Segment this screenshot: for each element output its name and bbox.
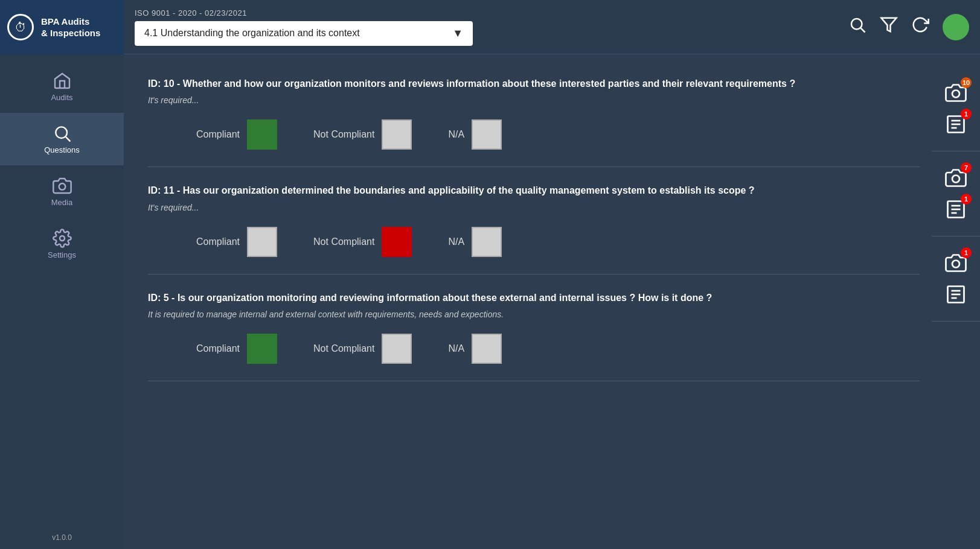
- compliant-box-10[interactable]: [247, 119, 277, 150]
- question-card-5: ID: 5 - Is our organization monitoring a…: [148, 274, 920, 381]
- topbar: ISO 9001 - 2020 - 02/23/2021 4.1 Underst…: [124, 0, 980, 54]
- sidebar: ⏱ BPA Audits & Inspections Audits Questi…: [0, 0, 124, 549]
- sidebar-header: ⏱ BPA Audits & Inspections: [0, 0, 124, 54]
- note-badge-10: 1: [961, 109, 972, 119]
- note-btn-5[interactable]: [943, 281, 969, 308]
- camera-badge-10: 10: [961, 77, 972, 88]
- search-icon[interactable]: [848, 16, 866, 38]
- sidebar-item-questions-label: Questions: [44, 145, 80, 154]
- search-icon: [53, 124, 72, 143]
- note-btn-10[interactable]: 1: [943, 111, 969, 138]
- svg-point-3: [60, 236, 65, 241]
- question-id-5: ID: 5 - Is our organization monitoring a…: [148, 291, 920, 305]
- home-icon: [53, 71, 72, 90]
- compliant-option-10: Compliant: [196, 119, 277, 150]
- compliance-row-10: Compliant Not Compliant N/A: [196, 119, 920, 150]
- topbar-icons: [848, 14, 969, 40]
- camera-btn-10[interactable]: 10: [943, 80, 969, 106]
- svg-line-5: [861, 28, 865, 33]
- na-box-10[interactable]: [472, 119, 502, 150]
- dropdown-value: 4.1 Understanding the organization and i…: [144, 28, 360, 39]
- na-label-10: N/A: [448, 129, 464, 140]
- content-area: ID: 10 - Whether and how our organizatio…: [124, 54, 980, 549]
- not-compliant-box-5[interactable]: [382, 334, 412, 364]
- na-option-10: N/A: [448, 119, 502, 150]
- camera-badge-11: 7: [961, 162, 972, 173]
- section-dropdown[interactable]: 4.1 Understanding the organization and i…: [135, 21, 473, 46]
- avatar[interactable]: [943, 14, 969, 40]
- sidebar-item-media-label: Media: [51, 198, 72, 207]
- compliant-option-5: Compliant: [196, 334, 277, 364]
- compliant-label-11: Compliant: [196, 236, 240, 247]
- note-badge-11: 1: [961, 194, 972, 205]
- right-panel-group-11: 7 1: [932, 151, 980, 236]
- not-compliant-label-11: Not Compliant: [313, 236, 374, 247]
- not-compliant-label-5: Not Compliant: [313, 343, 374, 354]
- sidebar-item-media[interactable]: Media: [0, 165, 124, 218]
- sidebar-item-audits[interactable]: Audits: [0, 60, 124, 113]
- svg-point-2: [59, 183, 65, 190]
- na-label-11: N/A: [448, 236, 464, 247]
- svg-line-1: [66, 137, 70, 141]
- svg-point-0: [56, 127, 67, 138]
- refresh-icon[interactable]: [911, 16, 929, 38]
- topbar-title: ISO 9001 - 2020 - 02/23/2021: [135, 8, 473, 17]
- svg-point-17: [952, 261, 959, 268]
- na-box-11[interactable]: [472, 227, 502, 257]
- camera-btn-5[interactable]: 1: [943, 250, 969, 276]
- svg-point-12: [952, 176, 959, 183]
- right-panel-group-10: 10 1: [932, 66, 980, 151]
- svg-point-7: [952, 90, 959, 98]
- question-card-11: ID: 11 - Has our organization determined…: [148, 167, 920, 274]
- compliance-row-5: Compliant Not Compliant N/A: [196, 334, 920, 364]
- sidebar-item-settings-label: Settings: [48, 250, 76, 259]
- question-card-10: ID: 10 - Whether and how our organizatio…: [148, 60, 920, 167]
- chevron-down-icon: ▼: [452, 27, 463, 40]
- right-panel: 10 1: [932, 54, 980, 549]
- not-compliant-label-10: Not Compliant: [313, 129, 374, 140]
- not-compliant-box-10[interactable]: [382, 119, 412, 150]
- compliant-label-10: Compliant: [196, 129, 240, 140]
- na-option-5: N/A: [448, 334, 502, 364]
- main-area: ISO 9001 - 2020 - 02/23/2021 4.1 Underst…: [124, 0, 980, 549]
- compliant-box-11[interactable]: [247, 227, 277, 257]
- question-required-10: It's required...: [148, 95, 920, 105]
- not-compliant-option-5: Not Compliant: [313, 334, 412, 364]
- not-compliant-option-10: Not Compliant: [313, 119, 412, 150]
- not-compliant-box-11[interactable]: [382, 227, 412, 257]
- gear-icon: [53, 229, 72, 248]
- sidebar-item-questions[interactable]: Questions: [0, 113, 124, 165]
- compliant-label-5: Compliant: [196, 343, 240, 354]
- na-box-5[interactable]: [472, 334, 502, 364]
- questions-list: ID: 10 - Whether and how our organizatio…: [124, 54, 932, 549]
- na-label-5: N/A: [448, 343, 464, 354]
- dropdown-wrapper: 4.1 Understanding the organization and i…: [135, 21, 473, 46]
- note-btn-11[interactable]: 1: [943, 196, 969, 223]
- right-panel-group-5: 1: [932, 236, 980, 322]
- compliance-row-11: Compliant Not Compliant N/A: [196, 227, 920, 257]
- app-logo: ⏱: [7, 14, 34, 40]
- camera-badge-5: 1: [961, 247, 972, 258]
- svg-marker-6: [882, 18, 897, 32]
- question-required-11: It's required...: [148, 203, 920, 212]
- sidebar-item-settings[interactable]: Settings: [0, 218, 124, 270]
- topbar-left: ISO 9001 - 2020 - 02/23/2021 4.1 Underst…: [135, 8, 473, 46]
- question-id-10: ID: 10 - Whether and how our organizatio…: [148, 77, 920, 90]
- camera-btn-11[interactable]: 7: [943, 165, 969, 191]
- svg-point-4: [851, 19, 862, 30]
- compliant-option-11: Compliant: [196, 227, 277, 257]
- camera-icon: [53, 176, 72, 195]
- app-name: BPA Audits & Inspections: [41, 16, 100, 39]
- sidebar-nav: Audits Questions Media Settings: [0, 54, 124, 526]
- filter-icon[interactable]: [880, 16, 898, 38]
- question-required-5: It is required to manage internal and ex…: [148, 309, 920, 319]
- sidebar-item-audits-label: Audits: [51, 93, 72, 102]
- na-option-11: N/A: [448, 227, 502, 257]
- version-label: v1.0.0: [52, 526, 72, 549]
- compliant-box-5[interactable]: [247, 334, 277, 364]
- not-compliant-option-11: Not Compliant: [313, 227, 412, 257]
- question-id-11: ID: 11 - Has our organization determined…: [148, 184, 920, 197]
